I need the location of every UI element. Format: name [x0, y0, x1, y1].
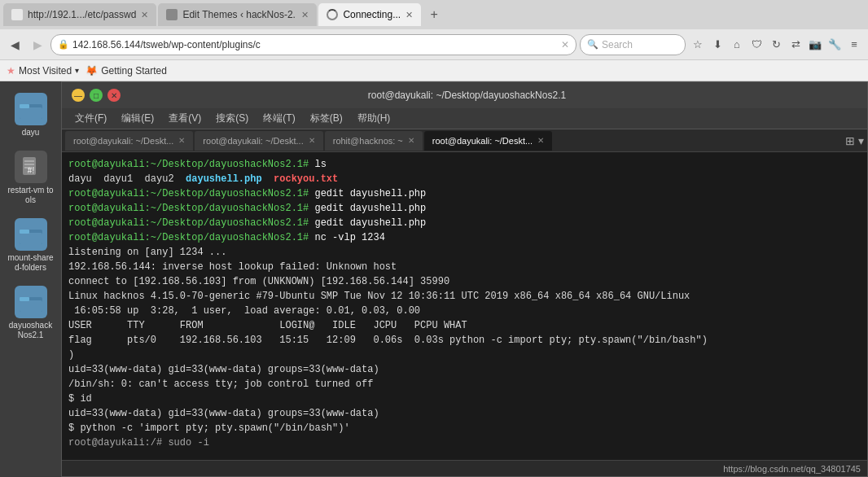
term-tab-2-close[interactable]: ✕	[309, 136, 315, 145]
address-bar[interactable]: 🔒 142.168.56.144/tsweb/wp-content/plugin…	[50, 34, 576, 55]
restart-label: restart-vm tools	[7, 186, 55, 205]
address-clear-icon[interactable]: ✕	[561, 39, 569, 50]
minimize-button[interactable]: —	[72, 89, 85, 102]
shield-icon[interactable]: 🛡	[747, 36, 765, 54]
tab-2[interactable]: Edit Themes ‹ hackNos-2... ✕	[158, 3, 317, 26]
line-3: root@dayukali:~/Desktop/dayuoshackNos2.1…	[68, 186, 861, 201]
terminal-titlebar: — □ ✕ root@dayukali: ~/Desktop/dayuoshac…	[62, 82, 867, 108]
term-tab-2-label: root@dayukali: ~/Deskt...	[203, 136, 303, 146]
prompt-3: root@dayukali:~/Desktop/dayuoshackNos2.1…	[68, 188, 309, 199]
tab-3-close[interactable]: ✕	[406, 10, 413, 20]
menu-search[interactable]: 搜索(S)	[209, 110, 255, 127]
term-tab-4-close[interactable]: ✕	[537, 136, 544, 145]
search-icon: 🔍	[587, 39, 598, 50]
menu-edit[interactable]: 编辑(E)	[115, 110, 160, 127]
line-17: $ id	[68, 392, 861, 406]
term-screen-icon[interactable]: ⊞	[845, 134, 855, 147]
term-tab-3[interactable]: rohit@hacknos: ~ ✕	[325, 131, 423, 151]
camera-icon[interactable]: 📷	[806, 36, 824, 54]
menu-help[interactable]: 帮助(H)	[351, 110, 397, 127]
most-visited-arrow: ▾	[75, 66, 79, 75]
nav-bar: ◀ ▶ 🔒 142.168.56.144/tsweb/wp-content/pl…	[0, 29, 868, 60]
menu-terminal[interactable]: 终端(T)	[256, 110, 301, 127]
tab-3[interactable]: Connecting... ✕	[318, 3, 421, 26]
mount-label: mount-shared-folders	[7, 253, 55, 273]
svg-rect-5	[24, 164, 34, 165]
svg-rect-10	[20, 230, 29, 234]
term-tab-3-close[interactable]: ✕	[408, 136, 414, 145]
term-tab-1-label: root@dayukali: ~/Deskt...	[73, 136, 173, 146]
status-bar: https://blog.csdn.net/qq_34801745	[62, 460, 867, 476]
svg-rect-2	[20, 104, 29, 108]
line-4: root@dayukali:~/Desktop/dayuoshackNos2.1…	[68, 201, 861, 216]
mount-folder-icon	[15, 218, 47, 251]
terminal-menubar: 文件(F) 编辑(E) 查看(V) 搜索(S) 终端(T) 标签(B) 帮助(H…	[62, 108, 867, 129]
search-placeholder: Search	[602, 39, 633, 50]
dayuo-folder-icon	[15, 286, 47, 318]
line-18: uid=33(www-data) gid=33(www-data) groups…	[68, 406, 861, 421]
dayuo-label: dayuoshackNos2.1	[7, 321, 55, 340]
cmd-1: ls	[309, 159, 327, 170]
getting-started-bookmark[interactable]: 🦊 Getting Started	[85, 65, 167, 77]
new-tab-button[interactable]: +	[423, 3, 445, 26]
desktop-item-dayu[interactable]: dayu	[3, 88, 59, 142]
line-5: root@dayukali:~/Desktop/dayuoshackNos2.1…	[68, 216, 861, 230]
main-area: dayu #! restart-vm tools mount-shared-fo…	[0, 81, 868, 477]
maximize-button[interactable]: □	[90, 89, 103, 102]
desktop-item-mount[interactable]: mount-shared-folders	[3, 213, 59, 278]
terminal-content[interactable]: root@dayukali:~/Desktop/dayuoshackNos2.1…	[62, 152, 867, 460]
term-tab-1-close[interactable]: ✕	[178, 136, 185, 145]
refresh-icon[interactable]: ↻	[767, 36, 785, 54]
term-tab-3-label: rohit@hacknos: ~	[333, 136, 403, 146]
extension-icon[interactable]: 🔧	[826, 36, 844, 54]
term-expand-icon[interactable]: ▾	[858, 134, 864, 147]
nav-icons: ☆ ⬇ ⌂ 🛡 ↻ ⇄ 📷 🔧 ≡	[689, 36, 863, 54]
most-visited-bookmark[interactable]: ★ Most Visited ▾	[7, 65, 79, 77]
tab-2-close[interactable]: ✕	[301, 10, 309, 20]
term-tab-2[interactable]: root@dayukali: ~/Deskt... ✕	[195, 131, 322, 151]
line-10: Linux hacknos 4.15.0-70-generic #79-Ubun…	[68, 289, 861, 304]
tab-favicon-1	[11, 9, 23, 20]
line-7: listening on [any] 1234 ...	[68, 245, 861, 260]
search-bar[interactable]: 🔍 Search	[580, 34, 686, 55]
desktop-sidebar: dayu #! restart-vm tools mount-shared-fo…	[0, 81, 61, 477]
back-button[interactable]: ◀	[5, 35, 24, 55]
line-11: 16:05:58 up 3:28, 1 user, load average: …	[68, 304, 861, 318]
download-icon[interactable]: ⬇	[708, 36, 726, 54]
menu-tags[interactable]: 标签(B)	[304, 110, 349, 127]
tab-1-close[interactable]: ✕	[141, 10, 148, 20]
menu-view[interactable]: 查看(V)	[162, 110, 208, 127]
desktop-item-dayuo[interactable]: dayuoshackNos2.1	[3, 281, 59, 345]
address-text: 142.168.56.144/tsweb/wp-content/plugins/…	[72, 39, 558, 50]
terminal-window: — □ ✕ root@dayukali: ~/Desktop/dayuoshac…	[61, 81, 868, 477]
line-14: )	[68, 348, 861, 362]
restart-icon: #!	[15, 151, 47, 183]
cmd-6: nc -vlp 1234	[309, 232, 385, 243]
line-8: 192.168.56.144: inverse host lookup fail…	[68, 260, 861, 274]
getting-started-label: Getting Started	[101, 65, 167, 77]
bookmark-star-icon[interactable]: ☆	[689, 36, 707, 54]
tab-1[interactable]: http://192.1.../etc/passwd ✕	[3, 3, 156, 26]
home-icon[interactable]: ⌂	[728, 36, 746, 54]
desktop-item-restart[interactable]: #! restart-vm tools	[3, 146, 59, 210]
svg-rect-12	[20, 300, 42, 312]
tab-3-label: Connecting...	[343, 9, 401, 20]
menu-file[interactable]: 文件(F)	[68, 110, 113, 127]
lock-icon: 🔒	[58, 39, 69, 50]
terminal-tabs: root@dayukali: ~/Deskt... ✕ root@dayukal…	[62, 129, 867, 152]
status-url: https://blog.csdn.net/qq_34801745	[723, 464, 861, 474]
line-15: uid=33(www-data) gid=33(www-data) groups…	[68, 362, 861, 377]
browser-window: http://192.1.../etc/passwd ✕ Edit Themes…	[0, 0, 868, 477]
term-tab-4[interactable]: root@dayukali: ~/Deskt... ✕	[424, 131, 552, 151]
sync-icon[interactable]: ⇄	[787, 36, 804, 54]
line-6: root@dayukali:~/Desktop/dayuoshackNos2.1…	[68, 230, 861, 245]
forward-button[interactable]: ▶	[28, 35, 47, 55]
bookmark-folder-icon: ★	[7, 65, 15, 77]
cmd-5: gedit dayushell.php	[309, 217, 426, 229]
tab-3-spinner	[327, 9, 338, 20]
close-button[interactable]: ✕	[107, 89, 121, 102]
cmd-4: gedit dayushell.php	[309, 203, 426, 214]
menu-icon[interactable]: ≡	[845, 36, 863, 54]
term-tab-1[interactable]: root@dayukali: ~/Deskt... ✕	[65, 131, 193, 151]
line-1: root@dayukali:~/Desktop/dayuoshackNos2.1…	[68, 157, 861, 172]
